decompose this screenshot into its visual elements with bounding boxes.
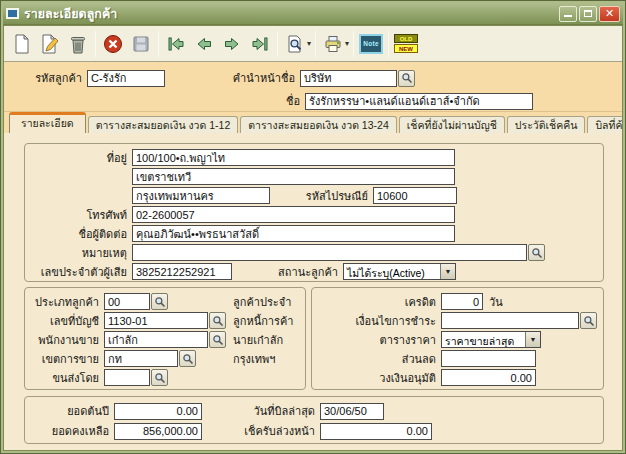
credit-row: เครดิต วัน <box>316 292 597 311</box>
account-no-input[interactable] <box>104 312 208 329</box>
salesperson-lookup-button[interactable] <box>209 331 226 348</box>
price-table-dropdown[interactable]: ราคาขายล่าสุด ▼ <box>441 331 541 348</box>
price-table-label: ตารางราคา <box>316 331 436 349</box>
balance-label: ยอดคงเหลือ <box>29 422 109 440</box>
tax-id-input[interactable] <box>132 263 232 280</box>
advance-cheque-input[interactable] <box>320 423 432 440</box>
delete-record-button[interactable] <box>64 30 92 58</box>
remark-input[interactable] <box>132 244 527 261</box>
customer-status-value: ไม่ได้ระบุ(Active) <box>344 264 440 279</box>
edit-record-button[interactable] <box>36 30 64 58</box>
preview-button[interactable] <box>281 30 309 58</box>
tab-balance-table-1-12[interactable]: ตารางสะสมยอดเงิน งวด 1-12 <box>88 116 239 133</box>
note-button[interactable]: Note <box>357 30 385 58</box>
sales-info-group: ประเภทลูกค้า ลูกค้าประจำ เลขที่บัญชี <box>24 287 306 390</box>
remark-lookup-button[interactable] <box>528 244 545 261</box>
chevron-down-icon: ▼ <box>525 332 540 347</box>
chevron-down-icon: ▼ <box>440 264 455 279</box>
magnifier-icon <box>401 72 413 84</box>
save-button[interactable] <box>127 30 155 58</box>
address-line1-row: ที่อยู่ <box>29 148 597 167</box>
tab-balance-table-13-24[interactable]: ตารางสะสมยอดเงิน งวด 13-24 <box>240 116 396 133</box>
ship-by-lookup-button[interactable] <box>151 369 168 386</box>
ship-by-label: ขนส่งโดย <box>29 369 99 387</box>
print-icon <box>323 34 343 54</box>
cancel-button[interactable] <box>99 30 127 58</box>
address-line2-input[interactable] <box>132 168 455 185</box>
sales-area-label: เขตการขาย <box>29 350 99 368</box>
new-record-button[interactable] <box>8 30 36 58</box>
customer-code-input[interactable] <box>87 70 165 87</box>
customer-type-row: ประเภทลูกค้า ลูกค้าประจำ <box>29 292 299 311</box>
print-button[interactable] <box>319 30 347 58</box>
days-label: วัน <box>489 293 503 311</box>
preview-dropdown-caret[interactable]: ▾ <box>307 39 311 48</box>
last-bill-date-input[interactable] <box>320 403 384 420</box>
middle-groups-row: ประเภทลูกค้า ลูกค้าประจำ เลขที่บัญชี <box>24 287 604 390</box>
contact-row: ชื่อผู้ติดต่อ <box>29 224 597 243</box>
customer-name-input[interactable] <box>305 93 533 110</box>
advance-cheque-label: เช็ครับล่วงหน้า <box>220 422 315 440</box>
title-prefix-input[interactable] <box>300 70 397 87</box>
customer-status-label: สถานะลูกค้า <box>238 263 338 281</box>
previous-record-button[interactable] <box>190 30 218 58</box>
minimize-button[interactable] <box>559 6 577 22</box>
ship-by-row: ขนส่งโดย <box>29 368 299 387</box>
titlebar: รายละเอียดลูกค้า ✕ <box>3 3 623 25</box>
account-no-description: ลูกหนี้การค้า <box>233 312 293 330</box>
city-postal-row: รหัสไปรษณีย์ <box>29 186 597 205</box>
contact-input[interactable] <box>132 225 455 242</box>
sales-area-lookup-button[interactable] <box>179 350 196 367</box>
last-bill-date-label: วันที่บิลล่าสุด <box>220 402 315 420</box>
tab-bar: รายละเอียด ตารางสะสมยอดเงิน งวด 1-12 ตาร… <box>4 112 622 133</box>
next-record-icon <box>222 34 242 54</box>
address-line1-input[interactable] <box>132 149 455 166</box>
customer-type-lookup-button[interactable] <box>151 293 168 310</box>
magnifier-icon <box>531 247 543 259</box>
payment-terms-input[interactable] <box>441 312 579 329</box>
account-no-lookup-button[interactable] <box>209 312 226 329</box>
title-prefix-label: คำนำหน้าชื่อ <box>165 69 295 87</box>
tab-returned-cheque-history[interactable]: ประวัติเช็คคืน <box>507 116 586 133</box>
begin-year-input[interactable] <box>114 403 202 420</box>
toolbar: ▾ ▾ Note OLD NEW <box>4 26 622 62</box>
phone-input[interactable] <box>132 206 455 223</box>
tab-details[interactable]: รายละเอียด <box>9 112 86 133</box>
customer-type-input[interactable] <box>104 293 150 310</box>
totals-group: ยอดต้นปี วันที่บิลล่าสุด ยอดคงเหลือ เช็ค… <box>24 396 604 444</box>
old-new-toggle-button[interactable]: OLD NEW <box>392 30 420 58</box>
tab-pending-cheques[interactable]: เช็คที่ยังไม่ผ่านบัญชี <box>399 116 505 133</box>
ship-by-input[interactable] <box>104 369 150 386</box>
minimize-icon <box>564 14 572 17</box>
last-record-button[interactable] <box>246 30 274 58</box>
payment-terms-lookup-button[interactable] <box>580 312 597 329</box>
credit-limit-label: วงเงินอนุมัติ <box>316 369 436 387</box>
postal-code-label: รหัสไปรษณีย์ <box>270 187 368 205</box>
sales-area-input[interactable] <box>104 350 178 367</box>
address-group: ที่อยู่ รหัสไปรษณีย์ โทรศัพท์ <box>24 143 604 282</box>
save-icon <box>131 34 151 54</box>
first-record-button[interactable] <box>162 30 190 58</box>
preview-icon <box>285 34 305 54</box>
maximize-button[interactable] <box>579 6 597 22</box>
details-tab-panel: ที่อยู่ รหัสไปรษณีย์ โทรศัพท์ <box>4 133 622 451</box>
discount-input[interactable] <box>441 350 536 367</box>
customer-header: รหัสลูกค้า คำนำหน้าชื่อ ชื่อ <box>4 62 622 112</box>
balance-input[interactable] <box>114 423 202 440</box>
postal-code-input[interactable] <box>373 187 457 204</box>
close-button[interactable]: ✕ <box>599 6 620 22</box>
salesperson-input[interactable] <box>104 331 208 348</box>
city-input[interactable] <box>132 187 270 204</box>
customer-status-dropdown[interactable]: ไม่ได้ระบุ(Active) ▼ <box>343 263 456 280</box>
print-dropdown-caret[interactable]: ▾ <box>345 39 349 48</box>
title-prefix-lookup-button[interactable] <box>398 70 415 87</box>
credit-limit-input[interactable] <box>441 369 536 386</box>
last-record-icon <box>250 34 270 54</box>
remark-label: หมายเหตุ <box>29 244 127 262</box>
credit-days-input[interactable] <box>441 293 483 310</box>
tab-outstanding-bills[interactable]: บิลที่ค้างชำระ <box>587 116 622 133</box>
magnifier-icon <box>154 372 166 384</box>
magnifier-icon <box>212 315 224 327</box>
next-record-button[interactable] <box>218 30 246 58</box>
sales-area-row: เขตการขาย กรุงเทพฯ <box>29 349 299 368</box>
